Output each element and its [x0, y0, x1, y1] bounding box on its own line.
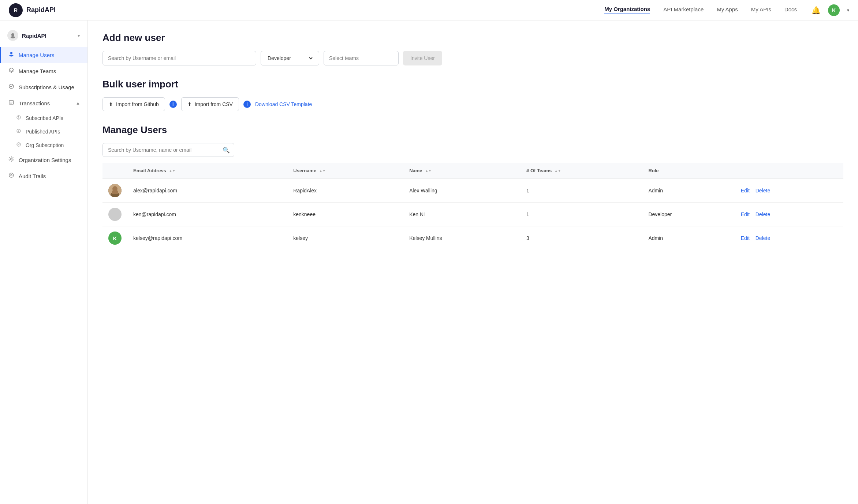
- org-header[interactable]: RapidAPI ▾: [0, 26, 87, 47]
- edit-user-button[interactable]: Edit: [741, 211, 750, 217]
- bulk-import-title: Bulk user import: [102, 79, 843, 90]
- invite-user-button[interactable]: Invite User: [403, 51, 442, 65]
- add-user-search-input[interactable]: [102, 51, 256, 65]
- delete-user-button[interactable]: Delete: [756, 211, 770, 217]
- org-name: RapidAPI: [22, 33, 46, 39]
- user-menu-chevron-icon[interactable]: ▾: [847, 8, 849, 13]
- subscriptions-icon: [8, 83, 14, 91]
- manage-users-search-input[interactable]: [102, 143, 234, 157]
- col-username: Username ▲▼: [287, 163, 403, 179]
- download-csv-template-link[interactable]: Download CSV Template: [255, 101, 312, 107]
- search-icon: 🔍: [223, 147, 230, 154]
- svg-rect-20: [112, 191, 118, 194]
- row-role: Developer: [642, 203, 735, 226]
- sidebar-sub-item-subscribed-apis[interactable]: Subscribed APIs: [0, 111, 87, 125]
- sidebar-item-manage-teams[interactable]: Manage Teams: [0, 63, 87, 79]
- import-github-button[interactable]: ⬆ Import from Github: [102, 97, 165, 111]
- edit-user-button[interactable]: Edit: [741, 235, 750, 241]
- edit-user-button[interactable]: Edit: [741, 188, 750, 193]
- sidebar-item-label: Manage Users: [19, 52, 55, 58]
- add-user-row: Developer Admin Viewer Invite User: [102, 51, 843, 65]
- delete-user-button[interactable]: Delete: [756, 235, 770, 241]
- role-select-wrapper[interactable]: Developer Admin Viewer: [261, 51, 319, 65]
- audit-trails-icon: [8, 172, 14, 180]
- import-csv-button[interactable]: ⬆ Import from CSV: [181, 97, 239, 111]
- select-teams-input[interactable]: [324, 51, 399, 65]
- main-content: Add new user Developer Admin Viewer Invi…: [88, 20, 858, 504]
- org-avatar: [7, 30, 18, 41]
- username-sort-icon[interactable]: ▲▼: [319, 169, 326, 173]
- rapidapi-logo-icon: R: [9, 3, 23, 17]
- users-table: Email Address ▲▼ Username ▲▼ Name ▲▼ #: [102, 163, 843, 250]
- email-sort-icon[interactable]: ▲▼: [169, 169, 175, 173]
- col-actions: [735, 163, 843, 179]
- table-header-row: Email Address ▲▼ Username ▲▼ Name ▲▼ #: [102, 163, 843, 179]
- manage-users-section: Manage Users 🔍 Email Address ▲▼: [102, 124, 843, 250]
- row-avatar-cell: K: [102, 226, 127, 250]
- import-github-label: Import from Github: [116, 101, 159, 107]
- sidebar-item-org-settings[interactable]: Organization Settings: [0, 152, 87, 168]
- sidebar-sub-item-published-apis[interactable]: Published APIs: [0, 125, 87, 138]
- col-name: Name ▲▼: [403, 163, 521, 179]
- sidebar-item-manage-users[interactable]: Manage Users: [0, 47, 87, 63]
- user-avatar: [108, 208, 122, 221]
- role-select[interactable]: Developer Admin Viewer: [266, 55, 314, 61]
- manage-users-title: Manage Users: [102, 124, 843, 136]
- col-teams: # Of Teams ▲▼: [521, 163, 642, 179]
- row-name: Alex Walling: [403, 179, 521, 203]
- nav-links: My Organizations API Marketplace My Apps…: [604, 6, 797, 14]
- sidebar-sub-item-label: Org Subscription: [26, 142, 64, 148]
- sidebar-item-subscriptions[interactable]: Subscriptions & Usage: [0, 79, 87, 95]
- sidebar-sub-item-org-subscription[interactable]: Org Subscription: [0, 138, 87, 152]
- row-actions: Edit Delete: [735, 179, 843, 203]
- row-email: alex@rapidapi.com: [127, 179, 287, 203]
- svg-point-16: [11, 174, 12, 176]
- sidebar-item-label: Manage Teams: [19, 68, 56, 74]
- logo-text: RapidAPI: [26, 6, 56, 14]
- row-actions: Edit Delete: [735, 203, 843, 226]
- org-settings-icon: [8, 156, 14, 163]
- bulk-buttons: ⬆ Import from Github i ⬆ Import from CSV…: [102, 97, 843, 111]
- row-name: Kelsey Mullins: [403, 226, 521, 250]
- sidebar-item-label: Audit Trails: [19, 173, 46, 179]
- nav-right: 🔔 K ▾: [812, 4, 849, 16]
- svg-text:R: R: [14, 7, 18, 13]
- row-actions: Edit Delete: [735, 226, 843, 250]
- nav-my-organizations[interactable]: My Organizations: [604, 6, 650, 14]
- sidebar-sub-item-label: Published APIs: [26, 129, 60, 135]
- csv-info-badge[interactable]: i: [243, 101, 251, 108]
- sidebar: RapidAPI ▾ Manage Users Manage Teams Sub…: [0, 20, 88, 504]
- nav-docs[interactable]: Docs: [784, 6, 797, 14]
- sidebar-item-label: Subscriptions & Usage: [19, 84, 74, 90]
- github-info-badge[interactable]: i: [169, 101, 177, 108]
- upload-icon: ⬆: [109, 101, 113, 107]
- delete-user-button[interactable]: Delete: [756, 188, 770, 193]
- user-avatar[interactable]: K: [828, 4, 840, 16]
- upload-csv-icon: ⬆: [187, 101, 192, 107]
- transactions-icon: [8, 99, 14, 107]
- table-row: K kelsey@rapidapi.com kelsey Kelsey Mull…: [102, 226, 843, 250]
- manage-teams-icon: [8, 67, 14, 75]
- sidebar-item-transactions[interactable]: Transactions ▲: [0, 95, 87, 111]
- row-teams: 1: [521, 179, 642, 203]
- manage-search-row: 🔍: [102, 143, 843, 157]
- sidebar-sub-item-label: Subscribed APIs: [26, 115, 63, 121]
- nav-api-marketplace[interactable]: API Marketplace: [663, 6, 704, 14]
- row-teams: 3: [521, 226, 642, 250]
- sidebar-item-label: Transactions: [19, 100, 50, 106]
- import-csv-label: Import from CSV: [195, 101, 233, 107]
- sidebar-item-audit-trails[interactable]: Audit Trails: [0, 168, 87, 184]
- user-avatar: K: [108, 232, 122, 245]
- manage-search-wrap: 🔍: [102, 143, 234, 157]
- table-row: ken@rapidapi.com kenkneee Ken Ni 1 Devel…: [102, 203, 843, 226]
- notification-bell-icon[interactable]: 🔔: [812, 6, 821, 15]
- teams-sort-icon[interactable]: ▲▼: [555, 169, 561, 173]
- name-sort-icon[interactable]: ▲▼: [425, 169, 432, 173]
- svg-rect-10: [9, 101, 14, 104]
- row-role: Admin: [642, 226, 735, 250]
- logo-area: R RapidAPI: [9, 3, 56, 17]
- nav-my-apis[interactable]: My APIs: [751, 6, 771, 14]
- svg-point-5: [10, 55, 14, 57]
- table-row: alex@rapidapi.com RapidAlex Alex Walling…: [102, 179, 843, 203]
- nav-my-apps[interactable]: My Apps: [717, 6, 738, 14]
